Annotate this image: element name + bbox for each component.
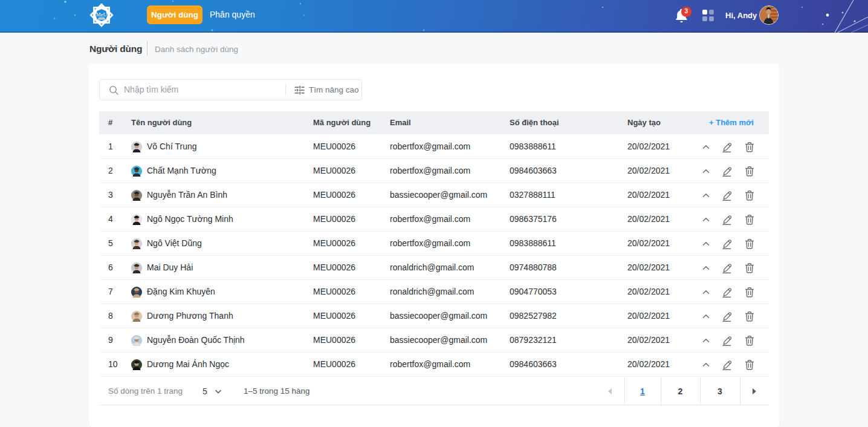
svg-text:MeU: MeU xyxy=(96,11,108,18)
